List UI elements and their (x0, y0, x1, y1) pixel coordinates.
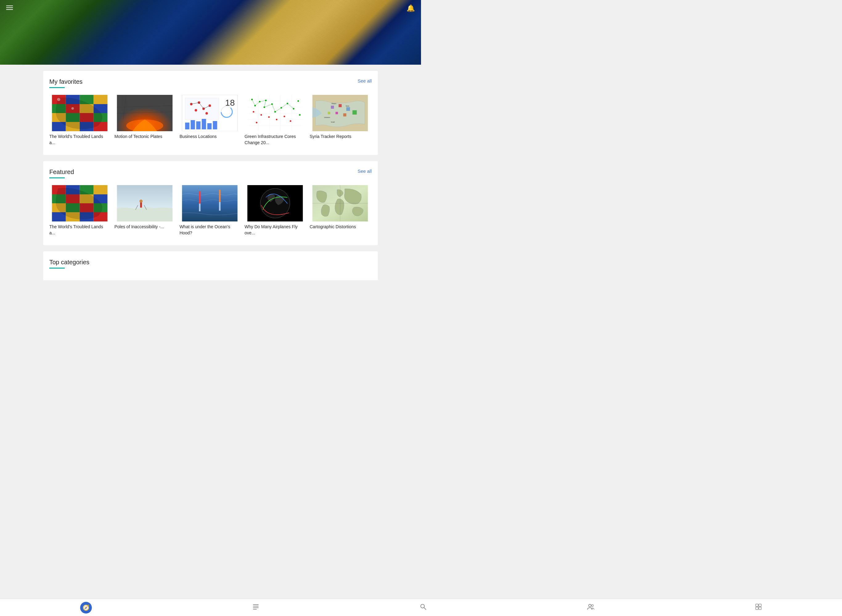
svg-rect-37 (185, 123, 190, 129)
svg-point-65 (253, 111, 254, 113)
featured-header: Featured See all (49, 169, 372, 184)
svg-rect-43 (247, 95, 303, 131)
hero-banner: 🔔 (0, 0, 421, 65)
svg-text:Lebanon: Lebanon (324, 116, 330, 118)
card-featured-troubled[interactable]: The World's Troubled Lands a... (49, 185, 110, 236)
svg-rect-112 (219, 202, 221, 211)
menu-button[interactable] (6, 6, 13, 10)
svg-rect-39 (196, 121, 201, 129)
my-favorites-cards: The World's Troubled Lands a... (49, 95, 372, 146)
featured-section: Featured See all (43, 161, 378, 245)
svg-rect-89 (94, 185, 107, 194)
svg-rect-111 (219, 190, 221, 202)
svg-rect-75 (338, 104, 341, 107)
svg-rect-78 (352, 110, 357, 114)
my-favorites-header: My favorites See all (49, 78, 372, 94)
thumb-business-locations: 18 (179, 95, 240, 131)
title-underline (49, 87, 65, 88)
svg-text:Aleppo: Aleppo (331, 103, 336, 104)
svg-text:Syria: Syria (345, 105, 349, 107)
svg-point-69 (284, 116, 285, 117)
thumb-cartographic (310, 185, 370, 221)
svg-text:Israel: Israel (331, 121, 334, 123)
thumb-tectonic-plates (114, 95, 175, 131)
svg-rect-30 (185, 98, 219, 119)
featured-title: Featured (49, 169, 74, 184)
card-cartographic[interactable]: Cartographic Distortions (310, 185, 370, 236)
top-categories-section: Top categories (43, 251, 378, 280)
svg-point-35 (195, 109, 197, 111)
svg-point-64 (299, 114, 300, 116)
svg-point-70 (290, 120, 291, 122)
svg-rect-76 (346, 107, 350, 111)
svg-rect-38 (191, 120, 195, 129)
my-favorites-title: My favorites (49, 78, 82, 94)
svg-rect-74 (331, 106, 334, 109)
card-ocean-hood[interactable]: What is under the Ocean's Hood? (179, 185, 240, 236)
card-business-locations[interactable]: 18 (179, 95, 240, 146)
card-poles[interactable]: Poles of Inaccessibility -... (114, 185, 175, 236)
svg-rect-41 (207, 123, 212, 129)
main-content: My favorites See all (0, 71, 421, 280)
my-favorites-section: My favorites See all (43, 71, 378, 155)
thumb-troubled-lands (49, 95, 110, 131)
svg-rect-80 (328, 112, 330, 114)
thumb-featured-troubled (49, 185, 110, 221)
svg-point-36 (206, 112, 208, 114)
thumb-poles (114, 185, 175, 221)
svg-point-67 (268, 116, 270, 118)
svg-rect-109 (199, 191, 201, 204)
svg-point-71 (256, 122, 257, 123)
featured-see-all[interactable]: See all (357, 169, 372, 174)
svg-rect-77 (343, 113, 346, 116)
svg-rect-4 (94, 95, 107, 104)
svg-rect-42 (213, 121, 217, 129)
card-green-infra[interactable]: Green Infrastructure Cores Change 20... (245, 95, 306, 146)
notification-bell[interactable]: 🔔 (407, 4, 415, 12)
my-favorites-see-all[interactable]: See all (357, 78, 372, 84)
svg-point-105 (140, 199, 143, 203)
svg-rect-104 (140, 202, 142, 208)
svg-point-63 (297, 100, 299, 102)
thumb-airplanes (245, 185, 306, 221)
svg-rect-79 (335, 112, 338, 114)
card-troubled-lands[interactable]: The World's Troubled Lands a... (49, 95, 110, 146)
card-tectonic-plates[interactable]: Motion of Tectonic Plates (114, 95, 175, 146)
top-categories-underline (49, 268, 65, 268)
svg-point-68 (276, 119, 278, 120)
svg-rect-40 (202, 119, 206, 129)
card-airplanes[interactable]: Why Do Many Airplanes Fly ove... (245, 185, 306, 236)
thumb-ocean-hood (179, 185, 240, 221)
featured-underline (49, 177, 65, 178)
featured-cards: The World's Troubled Lands a... (49, 185, 372, 236)
svg-point-66 (260, 114, 262, 116)
card-syria-tracker[interactable]: Aleppo Syria Lebanon Israel Syria Tracke… (310, 95, 370, 146)
svg-rect-110 (199, 204, 201, 211)
svg-rect-108 (182, 185, 238, 221)
thumb-green-infra (245, 95, 306, 131)
thumb-syria-tracker: Aleppo Syria Lebanon Israel (310, 95, 370, 131)
